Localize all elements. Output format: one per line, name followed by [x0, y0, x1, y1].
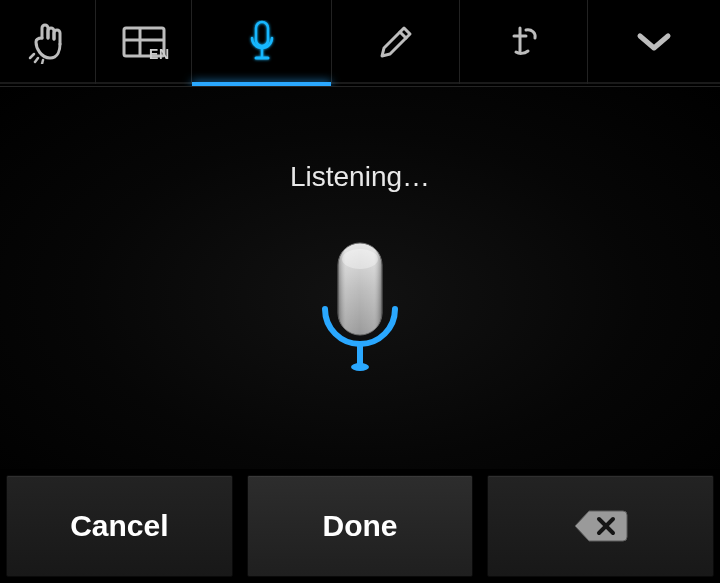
- done-button-label: Done: [323, 509, 398, 543]
- backspace-button[interactable]: [487, 475, 714, 577]
- svg-point-14: [342, 249, 378, 269]
- voice-panel: Listening…: [0, 86, 720, 469]
- tab-keyboard[interactable]: EN: [96, 0, 192, 84]
- mic-graphic: [305, 239, 415, 379]
- done-button[interactable]: Done: [247, 475, 474, 577]
- twitter-icon: [506, 22, 542, 62]
- tab-pen[interactable]: [332, 0, 460, 84]
- svg-line-2: [42, 60, 43, 64]
- tab-collapse[interactable]: [588, 0, 720, 84]
- tab-share[interactable]: [460, 0, 588, 84]
- input-mode-tabbar: EN: [0, 0, 720, 84]
- svg-rect-6: [256, 22, 268, 46]
- svg-line-9: [400, 32, 406, 38]
- cancel-button-label: Cancel: [70, 509, 168, 543]
- svg-point-11: [351, 363, 369, 371]
- svg-line-1: [35, 58, 38, 62]
- cancel-button[interactable]: Cancel: [6, 475, 233, 577]
- backspace-icon: [573, 507, 629, 545]
- microphone-large-icon: [305, 239, 415, 379]
- keyboard-lang-badge: EN: [149, 46, 169, 62]
- tab-touch[interactable]: [0, 0, 96, 84]
- pointer-hand-icon: [28, 20, 68, 64]
- listening-status: Listening…: [290, 161, 430, 193]
- pencil-icon: [376, 22, 416, 62]
- tab-voice[interactable]: [192, 0, 332, 84]
- chevron-down-icon: [636, 30, 672, 54]
- svg-line-0: [30, 54, 34, 58]
- microphone-icon: [247, 20, 277, 64]
- keyboard-icon: EN: [122, 24, 166, 60]
- footer-bar: Cancel Done: [0, 469, 720, 583]
